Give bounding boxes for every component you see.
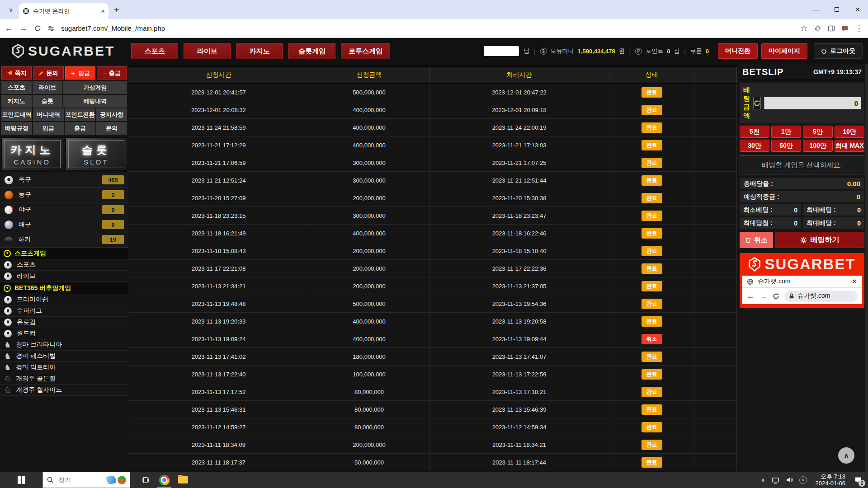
site-info-icon[interactable] <box>47 25 55 32</box>
table-row[interactable]: 2023-11-13 15:46:3180,000,0002023-11-13 … <box>128 401 737 418</box>
menu-item[interactable]: 베팅규정 <box>1 122 32 135</box>
url-text[interactable]: sugarbet7.com/_Mobile_/main.php <box>61 24 165 32</box>
site-logo[interactable]: SUGARBET <box>12 43 115 59</box>
menu-item[interactable]: 공지사항 <box>96 108 127 121</box>
side-panel-icon[interactable] <box>828 25 835 32</box>
window-minimize-button[interactable]: — <box>806 0 826 19</box>
quick-amount-button[interactable]: 5천 <box>740 126 769 138</box>
back-icon[interactable]: ← <box>5 24 13 33</box>
top-nav-button[interactable]: 슬롯게임 <box>288 43 335 59</box>
menu-item[interactable]: 슬롯 <box>33 95 63 108</box>
big-button-slot[interactable]: 슬롯SLOT <box>66 137 127 171</box>
volume-icon[interactable] <box>783 472 796 488</box>
menu-item[interactable]: 가상게임 <box>63 81 127 94</box>
table-row[interactable]: 2023-12-01 20:41:57500,000,0002023-12-01… <box>128 84 737 101</box>
tab-search-chevron-icon[interactable]: ∨ <box>5 3 17 16</box>
window-maximize-button[interactable] <box>826 0 847 19</box>
sport-row[interactable]: 축구465 <box>0 173 128 188</box>
table-row[interactable]: 2023-11-21 17:06:59300,000,0002023-11-21… <box>128 154 737 172</box>
place-bet-button[interactable]: 베팅하기 <box>775 232 864 248</box>
quick-amount-button[interactable]: 30만 <box>740 140 769 152</box>
money-transfer-button[interactable]: 머니전환 <box>718 43 758 59</box>
sidebar-tab-plus[interactable]: ＋입금 <box>65 66 95 80</box>
menu-item[interactable]: 포인트전환 <box>65 108 95 121</box>
refresh-icon[interactable] <box>753 97 761 109</box>
table-row[interactable]: 2023-11-11 18:17:3750,000,0002023-11-11 … <box>128 454 737 471</box>
browser-tab[interactable]: 슈가뱃 온라인 × <box>19 3 108 19</box>
table-row[interactable]: 2023-11-18 16:21:49400,000,0002023-11-18… <box>128 225 737 242</box>
table-row[interactable]: 2023-11-13 17:22:40100,000,0002023-11-13… <box>128 366 737 383</box>
menu-item[interactable]: 포인트내역 <box>1 108 32 121</box>
top-nav-button[interactable]: 카지노 <box>236 43 283 59</box>
network-icon[interactable] <box>769 472 783 488</box>
table-row[interactable]: 2023-12-01 20:08:32400,000,0002023-12-01… <box>128 101 737 119</box>
chrome-taskbar-button[interactable] <box>155 472 174 488</box>
sidebar-item[interactable]: 라이브 <box>0 271 128 282</box>
action-center-button[interactable]: 2 <box>851 472 868 488</box>
sidebar-tab-minus[interactable]: −출금 <box>97 66 127 80</box>
sport-row[interactable]: 야구0 <box>0 202 128 217</box>
sidebar-item[interactable]: ♘개경주 골든힐 <box>0 373 128 385</box>
sidebar-item[interactable]: 유로컵 <box>0 317 128 328</box>
start-button[interactable] <box>11 472 32 488</box>
table-row[interactable]: 2023-11-21 12:51:24300,000,0002023-11-21… <box>128 172 737 189</box>
table-row[interactable]: 2023-11-13 17:17:5280,000,0002023-11-13 … <box>128 383 737 401</box>
menu-item[interactable]: 카지노 <box>1 95 32 108</box>
big-button-casino[interactable]: 카지노CASINO <box>1 137 63 171</box>
sidebar-item[interactable]: ♞경마 페스티벌 <box>0 351 128 362</box>
table-row[interactable]: 2023-11-13 21:34:21200,000,0002023-11-13… <box>128 277 737 295</box>
table-row[interactable]: 2023-11-17 22:21:08200,000,0002023-11-17… <box>128 260 737 277</box>
quick-amount-button[interactable]: 5만 <box>803 126 833 138</box>
quick-amount-button[interactable]: 1만 <box>771 126 801 138</box>
scroll-to-top-button[interactable]: ∧ <box>838 447 854 464</box>
quick-amount-button[interactable]: 10만 <box>835 126 864 138</box>
table-row[interactable]: 2023-11-11 18:34:09200,000,0002023-11-11… <box>128 436 737 454</box>
sport-row[interactable]: 하키19 <box>0 232 128 247</box>
tab-close-icon[interactable]: × <box>101 7 105 15</box>
sugarbet-banner[interactable]: SUGARBET 슈가뱃.com ✕ ← → 슈가뱃.com <box>740 253 864 308</box>
bookmark-star-icon[interactable]: ☆ <box>800 24 808 33</box>
menu-item[interactable]: 머니내역 <box>33 108 64 121</box>
menu-item[interactable]: 베팅내역 <box>63 95 127 108</box>
tray-chevron-icon[interactable]: ∧ <box>758 472 769 488</box>
sidebar-tab-pencil[interactable]: 문의 <box>33 66 63 80</box>
menu-item[interactable]: 스포츠 <box>1 81 32 94</box>
mypage-button[interactable]: 마이페이지 <box>761 43 807 59</box>
section-header[interactable]: ▼스포츠게임 <box>0 247 128 259</box>
sidebar-item[interactable]: ♞경마 브리타니아 <box>0 339 128 351</box>
sidebar-item[interactable]: 프리미어쉽 <box>0 294 128 305</box>
page-scrollbar[interactable] <box>865 64 868 472</box>
disconnected-icon[interactable]: ✕ <box>796 472 810 488</box>
menu-item[interactable]: 입금 <box>33 122 64 135</box>
table-row[interactable]: 2023-11-13 17:41:02180,000,0002023-11-13… <box>128 348 737 366</box>
forward-icon[interactable]: → <box>19 24 28 33</box>
sport-row[interactable]: 농구2 <box>0 188 128 202</box>
top-nav-button[interactable]: 로투스게임 <box>341 43 390 59</box>
sidebar-item[interactable]: 수퍼리그 <box>0 305 128 317</box>
menu-item[interactable]: 라이브 <box>33 81 63 94</box>
window-close-button[interactable]: ✕ <box>847 0 868 19</box>
search-input[interactable] <box>57 476 89 484</box>
table-row[interactable]: 2023-11-24 21:58:59400,000,0002023-11-24… <box>128 119 737 136</box>
extensions-puzzle-icon[interactable] <box>814 25 821 32</box>
sidebar-item[interactable]: ♞경마 빅토리아 <box>0 362 128 373</box>
table-row[interactable]: 2023-11-12 14:59:2780,000,0002023-11-12 … <box>128 418 737 436</box>
sidebar-item[interactable]: 스포츠 <box>0 259 128 271</box>
cancel-bet-button[interactable]: 취소 <box>740 232 773 248</box>
menu-item[interactable]: 출금 <box>65 122 95 135</box>
browser-menu-icon[interactable]: ⋮ <box>855 24 863 33</box>
quick-amount-button[interactable]: 100만 <box>803 140 833 152</box>
task-view-button[interactable] <box>136 472 155 488</box>
table-row[interactable]: 2023-11-18 23:23:15300,000,0002023-11-18… <box>128 207 737 225</box>
reload-icon[interactable] <box>34 25 41 32</box>
quick-amount-button[interactable]: 50만 <box>771 140 801 152</box>
sidebar-tab-paper-plane[interactable]: 쪽지 <box>1 66 32 80</box>
taskbar-clock[interactable]: 오후 7:13 2024-01-06 <box>810 473 851 487</box>
chat-extension-icon[interactable] <box>841 25 849 32</box>
file-explorer-button[interactable] <box>174 472 193 488</box>
table-row[interactable]: 2023-11-13 19:48:48500,000,0002023-11-13… <box>128 295 737 313</box>
top-nav-button[interactable]: 스포츠 <box>131 43 178 59</box>
table-row[interactable]: 2023-11-21 17:12:29400,000,0002023-11-21… <box>128 136 737 154</box>
quick-amount-button[interactable]: 최대 MAX <box>835 140 864 152</box>
section-header[interactable]: ▼BET365 버추얼게임 <box>0 282 128 294</box>
